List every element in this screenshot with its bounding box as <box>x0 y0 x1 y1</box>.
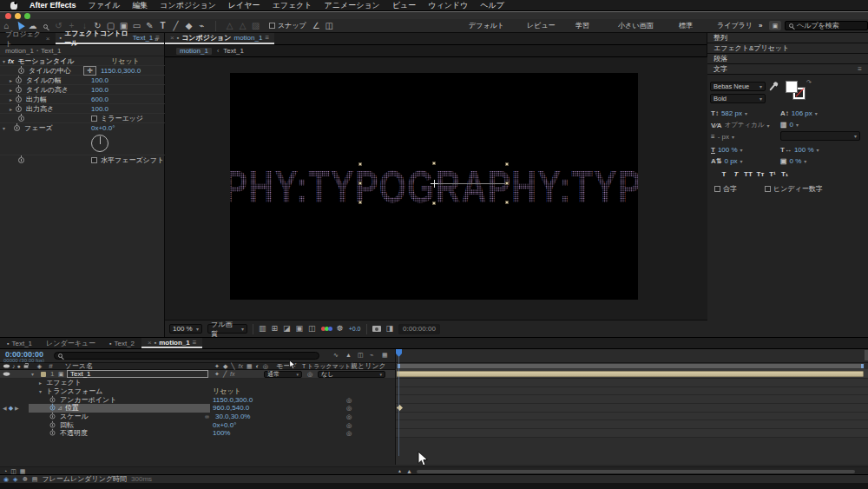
resolution-dropdown[interactable]: フル画質▾ <box>207 324 247 334</box>
hindi-digits-checkbox[interactable] <box>765 186 771 192</box>
zoom-in-mountain-icon[interactable]: ▲ <box>406 468 412 474</box>
preview-timecode[interactable]: 0:00:00:00 <box>398 324 440 334</box>
transform-reset-link[interactable]: リセット <box>213 387 241 396</box>
pixel-aspect-icon[interactable]: ◫ <box>308 325 316 333</box>
composition-mini-flowchart-icon[interactable]: ∿ <box>333 352 339 358</box>
render-status-icon[interactable]: ◉ <box>3 476 9 482</box>
panel-menu-icon[interactable]: ≡ <box>858 65 862 73</box>
snap-grid-icon[interactable]: ◫ <box>323 21 336 30</box>
stopwatch-icon[interactable] <box>50 431 56 436</box>
expand-transfer-controls-icon[interactable]: ◫ <box>10 468 16 474</box>
panel-overflow-icon[interactable]: » <box>155 36 158 43</box>
layer-quality-icon[interactable]: ✦ <box>214 371 220 377</box>
effects-presets-panel-header[interactable]: エフェクト&プリセット <box>707 43 868 54</box>
selection-handle[interactable] <box>505 201 509 204</box>
effect-reset-link[interactable]: リセット <box>111 56 140 66</box>
opacity-row[interactable]: 不透明度 100% ◎ <box>0 429 395 438</box>
param-value[interactable]: 100.0 <box>91 105 108 113</box>
snap-toggle[interactable]: スナップ <box>269 21 306 30</box>
layer-duration-bar[interactable] <box>397 371 864 377</box>
effect-header-row[interactable]: ▾ fx モーションタイル リセット <box>0 56 165 66</box>
param-value[interactable]: 600.0 <box>91 96 108 103</box>
param-row-tile-center[interactable]: タイルの中心 ✛ 1150.0,300.0 <box>0 66 165 76</box>
timeline-tab-text1[interactable]: ▪Text_1 <box>0 340 39 347</box>
include-in-render-icon[interactable]: ◎ <box>346 422 352 428</box>
blend-mode-dropdown[interactable]: 通常▾ <box>264 371 302 378</box>
work-area-end-handle[interactable] <box>861 364 864 368</box>
subscript-button[interactable]: T₁ <box>779 170 791 178</box>
menu-item-composition[interactable]: コンポジション <box>160 0 215 11</box>
menu-item-animation[interactable]: アニメーション <box>325 0 380 11</box>
param-value[interactable]: 100.0 <box>91 86 108 94</box>
timeline-tab-motion1[interactable]: ×▪ motion_1 ≡ <box>141 338 202 348</box>
selection-handle[interactable] <box>505 162 509 166</box>
workspace-tab-learn[interactable]: 学習 <box>575 21 589 30</box>
exposure-gear-icon[interactable]: ☸ <box>337 325 344 333</box>
align-panel-header[interactable]: 整列 <box>707 33 868 43</box>
layer-effects-icon[interactable]: ╱ <box>223 371 227 377</box>
help-search-field[interactable]: ヘルプを検索 <box>785 21 868 30</box>
zoom-window-button[interactable] <box>24 13 30 19</box>
property-value[interactable]: 0x+0.0° <box>213 421 236 429</box>
composition-viewport[interactable]: YPOGRAPHY:TYPOGRAPHY:TYPOGRAPH <box>165 57 707 320</box>
workspace-tab-standard[interactable]: 標準 <box>679 21 693 30</box>
property-value[interactable]: 960.0,540.0 <box>213 404 249 412</box>
anchor-point-icon[interactable] <box>431 180 438 188</box>
param-row-mirror-edges[interactable]: ミラーエッジ <box>0 114 165 123</box>
eyedropper-icon[interactable] <box>772 83 773 93</box>
layer-name-field[interactable]: Text_1 <box>67 370 208 378</box>
magnification-dropdown[interactable]: 100 %▾ <box>169 324 202 334</box>
stopwatch-icon[interactable] <box>16 106 22 112</box>
horizontal-scale-control[interactable]: T↔ 100 %▾ <box>780 146 819 154</box>
timeline-tab-render-queue[interactable]: レンダーキュー <box>39 339 102 348</box>
param-row-tile-height[interactable]: ▸ タイルの高さ 100.0 <box>0 85 165 95</box>
paragraph-panel-header[interactable]: 段落 <box>707 54 868 64</box>
stopwatch-icon[interactable] <box>14 125 20 131</box>
expand-in-out-icon[interactable]: ▦ <box>20 468 26 474</box>
font-size-control[interactable]: T↕ 582 px▾ <box>711 109 747 117</box>
brush-tool-icon[interactable]: ╱ <box>169 21 182 30</box>
vertical-scale-control[interactable]: T 100 %▾ <box>711 146 743 154</box>
snapshot-camera-icon[interactable] <box>372 326 381 332</box>
include-in-render-icon[interactable]: ◎ <box>346 405 352 411</box>
anchor-point-row[interactable]: アンカーポイント 1150.0,300.0 ◎ <box>0 395 395 404</box>
transparency-grid-icon[interactable]: ▣ <box>296 325 304 333</box>
kerning-control[interactable]: V⁄A オプティカル▾ <box>711 121 770 129</box>
selection-handle[interactable] <box>358 201 362 204</box>
stopwatch-icon[interactable] <box>50 397 56 402</box>
param-row-phase[interactable]: ▾ フェーズ 0x+0.0° <box>0 123 165 133</box>
mask-visibility-icon[interactable]: ⊞ <box>272 325 279 333</box>
menu-item-edit[interactable]: 編集 <box>132 0 148 11</box>
work-area-bar[interactable] <box>397 363 865 369</box>
minimize-window-button[interactable] <box>15 13 21 19</box>
horizontal-phase-checkbox[interactable] <box>91 157 97 163</box>
type-tool-icon[interactable]: T <box>156 21 169 30</box>
menu-app-name[interactable]: After Effects <box>30 1 76 10</box>
superscript-button[interactable]: T¹ <box>766 170 779 178</box>
line-width-control[interactable]: ≡ - px▾ <box>711 133 734 141</box>
selection-handle[interactable] <box>358 162 362 166</box>
selection-handle[interactable] <box>358 182 362 185</box>
tab-project[interactable]: プロジェクト× <box>0 33 56 44</box>
stopwatch-icon[interactable] <box>50 422 56 427</box>
settings-gear-icon[interactable]: ☸ <box>23 476 28 482</box>
exposure-value[interactable]: +0.0 <box>349 326 361 332</box>
track-matte-column-header[interactable]: T トラックマット <box>302 362 351 371</box>
next-keyframe-icon[interactable]: ▶ <box>15 405 19 411</box>
stopwatch-icon[interactable] <box>50 414 56 420</box>
stopwatch-icon[interactable] <box>16 77 22 83</box>
clapboard-icon[interactable]: ▤ <box>32 476 38 482</box>
param-value[interactable]: 1150.0,300.0 <box>101 67 141 75</box>
menu-item-view[interactable]: ビュー <box>392 0 416 11</box>
param-value[interactable]: 100.0 <box>91 76 108 84</box>
include-in-render-icon[interactable]: ◎ <box>346 430 352 436</box>
orbit-tool-icon[interactable]: ↺ <box>52 21 65 30</box>
draft-3d-icon[interactable]: ▲ <box>345 352 352 358</box>
mirror-edges-checkbox[interactable] <box>91 116 97 122</box>
baseline-shift-control[interactable]: A⇅ 0 px▾ <box>711 157 743 165</box>
include-in-render-icon[interactable]: ◎ <box>346 397 352 403</box>
font-family-dropdown[interactable]: Bebas Neue▾ <box>710 82 766 91</box>
panel-menu-icon[interactable]: ≡ <box>193 339 197 347</box>
stopwatch-icon[interactable] <box>16 87 22 93</box>
track-vertical-scrollbar[interactable] <box>865 350 868 360</box>
